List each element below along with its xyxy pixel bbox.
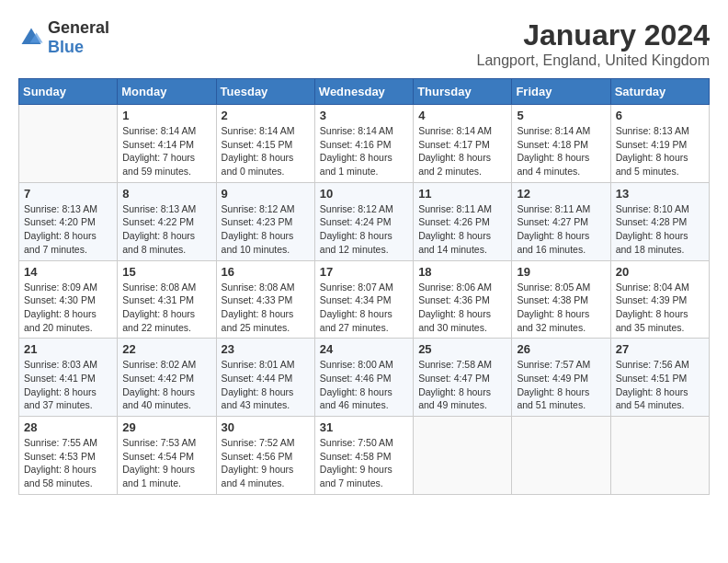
day-number: 3 (320, 109, 408, 122)
day-info: Sunrise: 8:11 AM Sunset: 4:26 PM Dayligh… (418, 202, 506, 257)
day-info: Sunrise: 8:09 AM Sunset: 4:30 PM Dayligh… (24, 281, 112, 335)
day-cell (19, 105, 118, 183)
day-info: Sunrise: 8:12 AM Sunset: 4:23 PM Dayligh… (222, 202, 310, 257)
day-info: Sunrise: 8:04 AM Sunset: 4:39 PM Dayligh… (616, 281, 704, 335)
day-cell: 14Sunrise: 8:09 AM Sunset: 4:30 PM Dayli… (19, 260, 118, 339)
day-cell (610, 417, 709, 495)
day-cell: 29Sunrise: 7:53 AM Sunset: 4:54 PM Dayli… (118, 417, 216, 495)
day-cell: 1Sunrise: 8:14 AM Sunset: 4:14 PM Daylig… (118, 105, 216, 183)
day-info: Sunrise: 7:52 AM Sunset: 4:56 PM Dayligh… (222, 436, 310, 490)
day-info: Sunrise: 8:13 AM Sunset: 4:22 PM Dayligh… (122, 202, 210, 257)
day-cell: 8Sunrise: 8:13 AM Sunset: 4:22 PM Daylig… (118, 182, 216, 260)
day-number: 20 (616, 265, 704, 279)
day-number: 1 (122, 109, 210, 122)
logo-icon (18, 25, 44, 51)
day-cell: 5Sunrise: 8:14 AM Sunset: 4:18 PM Daylig… (512, 105, 610, 183)
day-number: 30 (222, 420, 310, 434)
day-info: Sunrise: 8:12 AM Sunset: 4:24 PM Dayligh… (320, 202, 408, 257)
day-cell: 17Sunrise: 8:07 AM Sunset: 4:34 PM Dayli… (314, 260, 413, 339)
day-info: Sunrise: 8:10 AM Sunset: 4:28 PM Dayligh… (616, 202, 704, 257)
day-info: Sunrise: 7:53 AM Sunset: 4:54 PM Dayligh… (122, 436, 210, 490)
day-cell: 31Sunrise: 7:50 AM Sunset: 4:58 PM Dayli… (314, 417, 413, 495)
day-number: 4 (418, 109, 506, 122)
weekday-header-row: SundayMondayTuesdayWednesdayThursdayFrid… (19, 79, 710, 105)
day-number: 22 (122, 342, 210, 356)
day-cell: 7Sunrise: 8:13 AM Sunset: 4:20 PM Daylig… (19, 182, 118, 260)
day-cell: 15Sunrise: 8:08 AM Sunset: 4:31 PM Dayli… (118, 260, 216, 339)
day-info: Sunrise: 7:50 AM Sunset: 4:58 PM Dayligh… (320, 436, 408, 490)
day-number: 10 (320, 187, 408, 201)
day-cell: 4Sunrise: 8:14 AM Sunset: 4:17 PM Daylig… (414, 105, 512, 183)
day-number: 18 (418, 265, 506, 279)
location-title: Langport, England, United Kingdom (476, 52, 710, 69)
day-cell: 11Sunrise: 8:11 AM Sunset: 4:26 PM Dayli… (414, 182, 512, 260)
day-info: Sunrise: 7:55 AM Sunset: 4:53 PM Dayligh… (24, 436, 112, 490)
day-info: Sunrise: 8:06 AM Sunset: 4:36 PM Dayligh… (418, 281, 506, 335)
day-number: 13 (616, 187, 704, 201)
day-cell (414, 417, 512, 495)
day-cell: 9Sunrise: 8:12 AM Sunset: 4:23 PM Daylig… (216, 182, 314, 260)
day-cell: 24Sunrise: 8:00 AM Sunset: 4:46 PM Dayli… (314, 339, 413, 417)
day-info: Sunrise: 8:14 AM Sunset: 4:17 PM Dayligh… (418, 124, 506, 178)
day-number: 5 (517, 109, 605, 122)
day-cell: 28Sunrise: 7:55 AM Sunset: 4:53 PM Dayli… (19, 417, 118, 495)
day-cell: 22Sunrise: 8:02 AM Sunset: 4:42 PM Dayli… (118, 339, 216, 417)
day-info: Sunrise: 8:14 AM Sunset: 4:16 PM Dayligh… (320, 124, 408, 178)
day-info: Sunrise: 8:07 AM Sunset: 4:34 PM Dayligh… (320, 281, 408, 335)
day-number: 6 (616, 109, 704, 122)
logo-general: General (48, 18, 109, 37)
day-cell: 25Sunrise: 7:58 AM Sunset: 4:47 PM Dayli… (414, 339, 512, 417)
day-info: Sunrise: 8:13 AM Sunset: 4:19 PM Dayligh… (616, 124, 704, 178)
week-row-1: 1Sunrise: 8:14 AM Sunset: 4:14 PM Daylig… (19, 105, 710, 183)
day-cell: 6Sunrise: 8:13 AM Sunset: 4:19 PM Daylig… (610, 105, 709, 183)
day-info: Sunrise: 8:00 AM Sunset: 4:46 PM Dayligh… (320, 358, 408, 412)
day-number: 8 (122, 187, 210, 201)
week-row-5: 28Sunrise: 7:55 AM Sunset: 4:53 PM Dayli… (19, 417, 710, 495)
title-block: January 2024 Langport, England, United K… (476, 18, 710, 69)
day-cell: 27Sunrise: 7:56 AM Sunset: 4:51 PM Dayli… (610, 339, 709, 417)
logo: General Blue (18, 18, 109, 57)
day-number: 14 (24, 265, 112, 279)
day-number: 21 (24, 342, 112, 356)
day-cell: 20Sunrise: 8:04 AM Sunset: 4:39 PM Dayli… (610, 260, 709, 339)
day-info: Sunrise: 8:11 AM Sunset: 4:27 PM Dayligh… (517, 202, 605, 257)
weekday-header-wednesday: Wednesday (314, 79, 413, 105)
day-number: 24 (320, 342, 408, 356)
day-number: 7 (24, 187, 112, 201)
day-info: Sunrise: 7:58 AM Sunset: 4:47 PM Dayligh… (418, 358, 506, 412)
day-info: Sunrise: 8:14 AM Sunset: 4:15 PM Dayligh… (222, 124, 310, 178)
day-cell: 10Sunrise: 8:12 AM Sunset: 4:24 PM Dayli… (314, 182, 413, 260)
day-info: Sunrise: 8:08 AM Sunset: 4:31 PM Dayligh… (122, 281, 210, 335)
day-info: Sunrise: 8:03 AM Sunset: 4:41 PM Dayligh… (24, 358, 112, 412)
day-number: 11 (418, 187, 506, 201)
weekday-header-tuesday: Tuesday (216, 79, 314, 105)
day-cell: 13Sunrise: 8:10 AM Sunset: 4:28 PM Dayli… (610, 182, 709, 260)
day-number: 16 (222, 265, 310, 279)
logo-blue: Blue (48, 38, 84, 56)
weekday-header-saturday: Saturday (610, 79, 709, 105)
weekday-header-friday: Friday (512, 79, 610, 105)
day-info: Sunrise: 7:57 AM Sunset: 4:49 PM Dayligh… (517, 358, 605, 412)
day-number: 17 (320, 265, 408, 279)
day-number: 12 (517, 187, 605, 201)
day-info: Sunrise: 8:13 AM Sunset: 4:20 PM Dayligh… (24, 202, 112, 257)
day-info: Sunrise: 8:14 AM Sunset: 4:14 PM Dayligh… (122, 124, 210, 178)
day-number: 25 (418, 342, 506, 356)
weekday-header-monday: Monday (118, 79, 216, 105)
day-cell: 2Sunrise: 8:14 AM Sunset: 4:15 PM Daylig… (216, 105, 314, 183)
day-number: 23 (222, 342, 310, 356)
month-title: January 2024 (476, 18, 710, 52)
day-info: Sunrise: 8:14 AM Sunset: 4:18 PM Dayligh… (517, 124, 605, 178)
week-row-2: 7Sunrise: 8:13 AM Sunset: 4:20 PM Daylig… (19, 182, 710, 260)
day-cell: 18Sunrise: 8:06 AM Sunset: 4:36 PM Dayli… (414, 260, 512, 339)
page-header: General Blue January 2024 Langport, Engl… (18, 18, 710, 69)
week-row-3: 14Sunrise: 8:09 AM Sunset: 4:30 PM Dayli… (19, 260, 710, 339)
day-info: Sunrise: 8:02 AM Sunset: 4:42 PM Dayligh… (122, 358, 210, 412)
day-cell: 21Sunrise: 8:03 AM Sunset: 4:41 PM Dayli… (19, 339, 118, 417)
day-number: 26 (517, 342, 605, 356)
day-cell: 23Sunrise: 8:01 AM Sunset: 4:44 PM Dayli… (216, 339, 314, 417)
day-cell (512, 417, 610, 495)
day-number: 31 (320, 420, 408, 434)
day-info: Sunrise: 8:08 AM Sunset: 4:33 PM Dayligh… (222, 281, 310, 335)
week-row-4: 21Sunrise: 8:03 AM Sunset: 4:41 PM Dayli… (19, 339, 710, 417)
